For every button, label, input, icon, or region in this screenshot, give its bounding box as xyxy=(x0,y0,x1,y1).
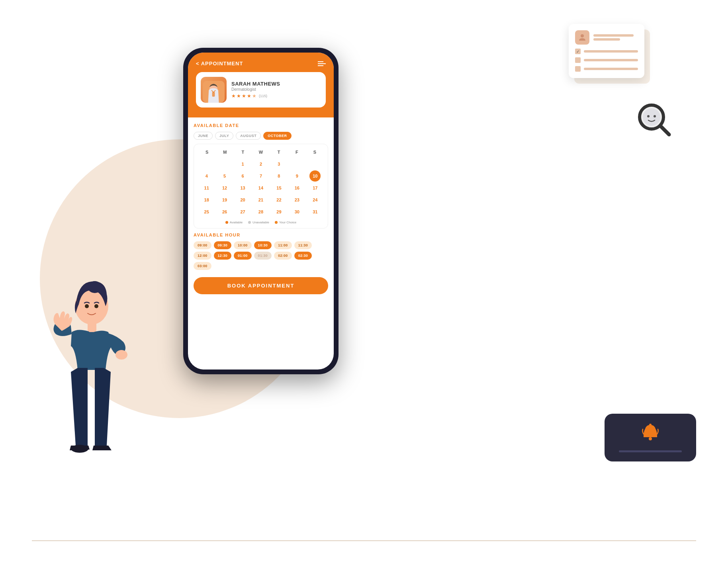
slot-1100[interactable]: 11:00 xyxy=(274,241,292,249)
slot-0930[interactable]: 09:30 xyxy=(214,241,232,249)
cal-empty-4 xyxy=(309,158,321,170)
svg-point-5 xyxy=(85,304,89,308)
svg-point-13 xyxy=(643,108,660,126)
check-main-box-3 xyxy=(575,66,581,72)
calendar-grid: 1 2 3 4 5 6 7 8 9 10 11 xyxy=(198,158,324,217)
legend-available-label: Available xyxy=(230,221,243,224)
doctor-specialty: Dermatologist xyxy=(231,87,321,92)
slot-1000[interactable]: 10:00 xyxy=(234,241,252,249)
phone-screen: < APPOINTMENT xyxy=(188,53,334,369)
available-hour-title: AVAILABLE HOUR xyxy=(194,233,328,237)
cal-20[interactable]: 20 xyxy=(237,194,249,205)
slot-0900[interactable]: 09:00 xyxy=(194,241,211,249)
calendar-header: S M T W T F S xyxy=(198,148,324,156)
phone-header: < APPOINTMENT xyxy=(188,53,334,117)
cal-6[interactable]: 6 xyxy=(237,170,249,182)
slot-0300[interactable]: 03:00 xyxy=(194,262,211,270)
doctor-info: SARAH MATHEWS Dermatologist ★ ★ ★ ★ ★ (1… xyxy=(231,81,321,99)
cal-24[interactable]: 24 xyxy=(309,194,321,205)
slot-1130[interactable]: 11:30 xyxy=(294,241,312,249)
svg-point-6 xyxy=(94,304,98,308)
tab-july[interactable]: JULY xyxy=(215,132,233,140)
check-main-box-2 xyxy=(575,57,581,63)
slot-1030[interactable]: 10:30 xyxy=(254,241,272,249)
bell-icon xyxy=(640,423,660,446)
cal-29[interactable]: 29 xyxy=(273,206,284,217)
time-slots-container: 09:00 09:30 10:00 10:30 11:00 11:30 12:0… xyxy=(194,241,328,270)
cal-12[interactable]: 12 xyxy=(219,182,230,194)
cal-19[interactable]: 19 xyxy=(219,194,230,205)
day-wed: W xyxy=(252,148,270,156)
cal-25[interactable]: 25 xyxy=(201,206,212,217)
check-main-line-3 xyxy=(584,68,638,70)
person-illustration xyxy=(12,254,155,533)
legend-choice-label: Your Choice xyxy=(279,221,296,224)
doc-main-line-2 xyxy=(593,38,620,41)
svg-point-15 xyxy=(647,115,650,117)
day-sat: S xyxy=(306,148,324,156)
slot-1200[interactable]: 12:00 xyxy=(194,252,211,260)
doc-main-lines xyxy=(593,34,638,41)
legend-choice: Your Choice xyxy=(275,221,296,224)
cal-4[interactable]: 4 xyxy=(201,170,212,182)
cal-21[interactable]: 21 xyxy=(255,194,266,205)
cal-26[interactable]: 26 xyxy=(219,206,230,217)
cal-28[interactable]: 28 xyxy=(255,206,266,217)
star-3: ★ xyxy=(242,93,246,99)
tab-october[interactable]: OCTOBER xyxy=(263,132,291,140)
book-appointment-button[interactable]: BOOK APPOINTMENT xyxy=(194,277,328,294)
cal-15[interactable]: 15 xyxy=(273,182,284,194)
cal-14[interactable]: 14 xyxy=(255,182,266,194)
phone-nav: < APPOINTMENT xyxy=(196,61,326,66)
cal-27[interactable]: 27 xyxy=(237,206,249,217)
cal-2[interactable]: 2 xyxy=(255,158,266,170)
legend-dot-unavailable xyxy=(248,221,251,224)
legend-dot-choice xyxy=(275,221,278,224)
bottom-line xyxy=(32,540,696,541)
notification-card xyxy=(605,414,696,461)
slot-1230[interactable]: 12:30 xyxy=(214,252,232,260)
back-button[interactable]: < APPOINTMENT xyxy=(196,61,243,66)
svg-point-11 xyxy=(581,34,584,37)
cal-31[interactable]: 31 xyxy=(309,206,321,217)
doc-main-check-1: ✓ xyxy=(575,49,638,54)
legend-unavailable-label: Unavailable xyxy=(252,221,269,224)
cal-13[interactable]: 13 xyxy=(237,182,249,194)
menu-line-3 xyxy=(318,65,323,66)
star-4: ★ xyxy=(247,93,251,99)
doctor-avatar xyxy=(201,77,227,103)
cal-10-selected[interactable]: 10 xyxy=(309,170,321,182)
tab-june[interactable]: JUNE xyxy=(194,132,213,140)
cal-17[interactable]: 17 xyxy=(309,182,321,194)
menu-icon[interactable] xyxy=(318,61,326,66)
cal-18[interactable]: 18 xyxy=(201,194,212,205)
slot-0100[interactable]: 01:00 xyxy=(234,252,252,260)
svg-point-16 xyxy=(654,115,656,117)
cal-3[interactable]: 3 xyxy=(273,158,284,170)
cal-5[interactable]: 5 xyxy=(219,170,230,182)
cal-9[interactable]: 9 xyxy=(292,170,303,182)
slot-0200[interactable]: 02:00 xyxy=(274,252,292,260)
legend-unavailable: Unavailable xyxy=(248,221,269,224)
magnifier-icon xyxy=(636,102,672,139)
legend-dot-available xyxy=(225,221,228,224)
cal-8[interactable]: 8 xyxy=(273,170,284,182)
cal-1[interactable]: 1 xyxy=(237,158,249,170)
cal-empty-3 xyxy=(292,158,303,170)
calendar: S M T W T F S 1 2 3 xyxy=(194,144,328,229)
tab-august[interactable]: AUGUST xyxy=(236,132,261,140)
svg-point-1 xyxy=(88,281,102,293)
phone-body[interactable]: AVAILABLE DATE JUNE JULY AUGUST OCTOBER … xyxy=(188,117,334,369)
cal-11[interactable]: 11 xyxy=(201,182,212,194)
slot-0130[interactable]: 01:30 xyxy=(254,252,272,260)
check-main-line-1 xyxy=(584,50,638,53)
cal-16[interactable]: 16 xyxy=(292,182,303,194)
cal-30[interactable]: 30 xyxy=(292,206,303,217)
slot-0230[interactable]: 02:30 xyxy=(294,252,312,260)
doc-main-check-2 xyxy=(575,57,638,63)
cal-23[interactable]: 23 xyxy=(292,194,303,205)
phone: < APPOINTMENT xyxy=(183,48,339,374)
star-5-half: ★ xyxy=(252,93,256,99)
cal-7[interactable]: 7 xyxy=(255,170,266,182)
cal-22[interactable]: 22 xyxy=(273,194,284,205)
